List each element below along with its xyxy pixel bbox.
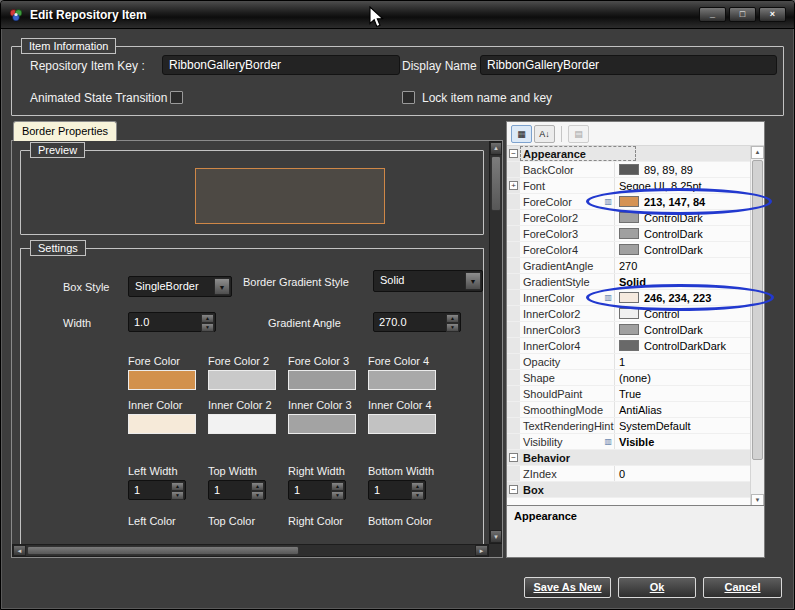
scrollbar-thumb[interactable]: [27, 546, 299, 555]
color-swatch[interactable]: [128, 414, 196, 434]
modified-icon: ▥: [604, 197, 612, 206]
color-swatch[interactable]: [288, 414, 356, 434]
property-row[interactable]: InnerColor3ControlDark: [507, 322, 752, 338]
tab-border-properties[interactable]: Border Properties: [13, 121, 117, 141]
width-spinner[interactable]: 1.0 ▲▼: [128, 312, 216, 332]
side-color-label: Right Color: [288, 515, 368, 527]
minimize-button[interactable]: _: [699, 7, 726, 22]
scroll-up-icon[interactable]: ▲: [751, 146, 764, 159]
side-width-spinner[interactable]: 1▲▼: [368, 480, 426, 500]
scroll-up-icon[interactable]: ▲: [490, 142, 502, 155]
property-category-row[interactable]: −Box: [507, 482, 752, 498]
color-label: Fore Color 4: [368, 355, 448, 367]
chevron-down-icon[interactable]: ▼: [214, 278, 230, 295]
spinner-up-icon[interactable]: ▲: [171, 482, 184, 491]
scroll-right-icon[interactable]: ►: [475, 545, 488, 556]
spinner-down-icon[interactable]: ▼: [446, 323, 459, 332]
maximize-button[interactable]: □: [729, 7, 756, 22]
property-row[interactable]: ForeColor3ControlDark: [507, 226, 752, 242]
close-button[interactable]: ×: [759, 7, 786, 22]
spinner-down-icon[interactable]: ▼: [411, 491, 424, 500]
spinner-buttons[interactable]: ▲▼: [331, 482, 344, 498]
spinner-up-icon[interactable]: ▲: [411, 482, 424, 491]
spinner-buttons[interactable]: ▲▼: [251, 482, 264, 498]
property-grid-scrollbar[interactable]: ▲ ▼: [750, 146, 764, 507]
spinner-up-icon[interactable]: ▲: [446, 314, 459, 323]
color-swatch[interactable]: [368, 370, 436, 390]
alphabetical-sort-button[interactable]: A↓: [534, 125, 555, 143]
property-row[interactable]: Shape(none): [507, 370, 752, 386]
gradient-angle-label: Gradient Angle: [268, 317, 341, 329]
property-row[interactable]: Opacity1: [507, 354, 752, 370]
ok-button[interactable]: Ok: [618, 577, 696, 598]
property-row[interactable]: BackColor89, 89, 89: [507, 162, 752, 178]
property-row[interactable]: ZIndex0: [507, 466, 752, 482]
color-label: Inner Color 2: [208, 399, 288, 411]
property-value-text: ControlDark: [644, 212, 703, 224]
spinner-up-icon[interactable]: ▲: [331, 482, 344, 491]
save-as-new-button[interactable]: Save As New: [524, 577, 611, 598]
chevron-down-icon[interactable]: ▼: [465, 272, 481, 290]
property-row[interactable]: ShouldPaintTrue: [507, 386, 752, 402]
color-column: Inner Color 4: [368, 399, 448, 434]
property-category-row[interactable]: −Appearance: [507, 146, 752, 162]
gradient-angle-spinner[interactable]: 270.0 ▲▼: [373, 312, 461, 332]
spinner-up-icon[interactable]: ▲: [251, 482, 264, 491]
property-row[interactable]: ForeColor▥213, 147, 84: [507, 194, 752, 210]
property-row[interactable]: ForeColor4ControlDark: [507, 242, 752, 258]
scroll-down-icon[interactable]: ▼: [490, 530, 502, 543]
display-name-input[interactable]: [480, 55, 777, 75]
color-swatch[interactable]: [288, 370, 356, 390]
collapse-icon[interactable]: −: [509, 149, 518, 158]
property-row[interactable]: Visibility▥Visible: [507, 434, 752, 450]
spinner-buttons[interactable]: ▲▼: [171, 482, 184, 498]
spinner-buttons[interactable]: ▲▼: [446, 314, 459, 330]
spinner-down-icon[interactable]: ▼: [201, 323, 214, 332]
vertical-scrollbar[interactable]: ▲ ▼: [489, 141, 503, 544]
cancel-button[interactable]: Cancel: [703, 577, 782, 598]
horizontal-scrollbar[interactable]: ◄ ►: [12, 544, 489, 557]
side-width-spinner[interactable]: 1▲▼: [288, 480, 346, 500]
border-gradient-style-combo[interactable]: Solid ▼: [373, 270, 483, 292]
property-name: ForeColor4: [520, 242, 615, 257]
property-row[interactable]: InnerColor▥246, 234, 223: [507, 290, 752, 306]
repository-item-key-input[interactable]: [162, 55, 400, 75]
spinner-down-icon[interactable]: ▼: [331, 491, 344, 500]
spinner-buttons[interactable]: ▲▼: [411, 482, 424, 498]
property-row[interactable]: InnerColor2Control: [507, 306, 752, 322]
scroll-left-icon[interactable]: ◄: [13, 545, 26, 556]
scrollbar-thumb[interactable]: [491, 156, 501, 211]
side-width-spinner[interactable]: 1▲▼: [128, 480, 186, 500]
color-swatch[interactable]: [368, 414, 436, 434]
spinner-buttons[interactable]: ▲▼: [201, 314, 214, 330]
color-column: Fore Color 3: [288, 355, 368, 390]
side-width-spinner[interactable]: 1▲▼: [208, 480, 266, 500]
property-grid-rows: −AppearanceBackColor89, 89, 89+FontSegoe…: [507, 146, 752, 507]
expand-icon[interactable]: +: [509, 181, 518, 190]
title-bar[interactable]: Edit Repository Item _ □ ×: [1, 1, 794, 29]
property-row[interactable]: GradientStyleSolid: [507, 274, 752, 290]
spinner-down-icon[interactable]: ▼: [251, 491, 264, 500]
color-swatch[interactable]: [208, 414, 276, 434]
property-pages-button[interactable]: ▤: [568, 125, 589, 143]
animated-state-transition-checkbox[interactable]: [170, 91, 183, 104]
color-swatch[interactable]: [208, 370, 276, 390]
lock-item-name-checkbox[interactable]: [402, 91, 415, 104]
spinner-down-icon[interactable]: ▼: [171, 491, 184, 500]
property-row[interactable]: GradientAngle270: [507, 258, 752, 274]
property-row[interactable]: TextRenderingHintSystemDefault: [507, 418, 752, 434]
collapse-icon[interactable]: −: [509, 485, 518, 494]
color-swatch[interactable]: [128, 370, 196, 390]
collapse-icon[interactable]: −: [509, 453, 518, 462]
spinner-up-icon[interactable]: ▲: [201, 314, 214, 323]
categorized-button[interactable]: ▦: [511, 125, 532, 143]
property-row[interactable]: InnerColor4ControlDarkDark: [507, 338, 752, 354]
property-row[interactable]: ForeColor2ControlDark: [507, 210, 752, 226]
color-swatch: [619, 212, 639, 223]
property-name: GradientAngle: [520, 258, 615, 273]
box-style-combo[interactable]: SingleBorder ▼: [128, 276, 232, 297]
property-row[interactable]: +FontSegoe UI, 8.25pt: [507, 178, 752, 194]
scrollbar-thumb[interactable]: [752, 160, 763, 460]
property-category-row[interactable]: −Behavior: [507, 450, 752, 466]
property-row[interactable]: SmoothingModeAntiAlias: [507, 402, 752, 418]
